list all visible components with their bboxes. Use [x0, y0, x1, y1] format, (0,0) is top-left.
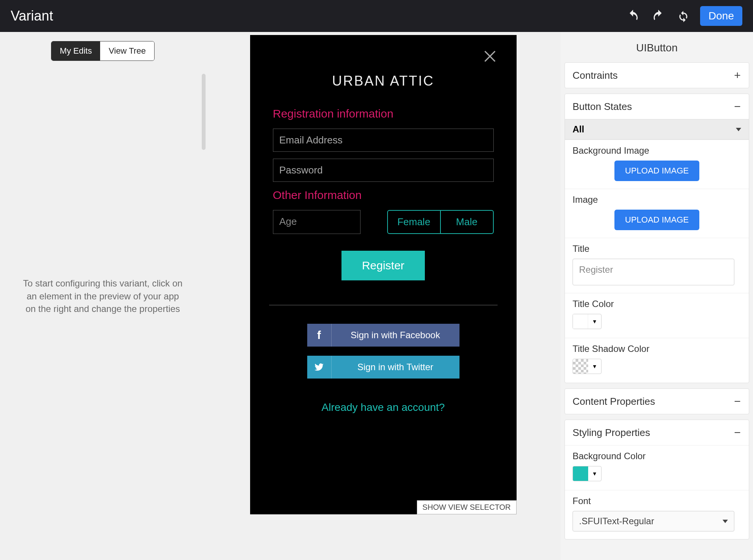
minus-icon: − [734, 395, 741, 408]
section-constraints-label: Contraints [573, 70, 618, 81]
chevron-down-icon: ▼ [588, 318, 601, 325]
facebook-signin-button[interactable]: f Sign in with Facebook [307, 324, 459, 347]
title-shadow-color-picker[interactable]: ▼ [573, 359, 601, 374]
divider [269, 305, 498, 305]
redo-icon[interactable] [650, 8, 667, 24]
title-color-picker[interactable]: ▼ [573, 314, 601, 329]
plus-icon: + [734, 69, 741, 82]
undo-icon[interactable] [625, 8, 641, 24]
color-swatch-transparent [573, 359, 588, 374]
font-label: Font [573, 496, 741, 506]
chevron-down-icon: ▼ [588, 471, 601, 477]
tab-view-tree[interactable]: View Tree [100, 41, 154, 60]
section-other: Other Information [273, 189, 494, 202]
twitter-label: Sign in with Twitter [332, 362, 459, 372]
twitter-icon [307, 356, 332, 379]
done-button[interactable]: Done [700, 6, 742, 26]
color-swatch-white [573, 314, 588, 329]
close-icon[interactable] [482, 49, 498, 68]
title-color-label: Title Color [573, 299, 741, 309]
section-styling-properties-label: Styling Properties [573, 427, 650, 439]
password-field[interactable]: Password [273, 159, 494, 182]
section-button-states-label: Button States [573, 101, 632, 113]
email-field[interactable]: Email Address [273, 129, 494, 152]
section-content-properties-label: Content Properties [573, 396, 655, 407]
font-select-value: .SFUIText-Regular [579, 516, 654, 527]
gender-female-button[interactable]: Female [388, 211, 440, 233]
bg-image-label: Background Image [573, 145, 741, 156]
bg-color-label: Background Color [573, 451, 741, 461]
state-selector[interactable]: All [565, 119, 749, 140]
minus-icon: − [734, 426, 741, 439]
state-selector-value: All [573, 124, 584, 135]
title-shadow-label: Title Shadow Color [573, 344, 741, 354]
page-title: Variant [11, 8, 53, 24]
refresh-icon[interactable] [675, 8, 692, 24]
already-account-link[interactable]: Already have an account? [273, 401, 494, 414]
app-preview: URBAN ATTIC Registration information Ema… [250, 35, 517, 514]
image-label: Image [573, 194, 741, 205]
show-view-selector-button[interactable]: SHOW VIEW SELECTOR [417, 500, 517, 514]
section-content-properties[interactable]: Content Properties − [565, 389, 749, 414]
upload-image-button[interactable]: UPLOAD IMAGE [614, 210, 699, 230]
chevron-down-icon [723, 520, 728, 523]
color-swatch-teal [573, 466, 588, 481]
gender-male-button[interactable]: Male [440, 211, 493, 233]
section-styling-properties[interactable]: Styling Properties − [565, 420, 749, 445]
age-field[interactable]: Age [273, 210, 361, 234]
section-registration: Registration information [273, 107, 494, 120]
register-button[interactable]: Register [341, 251, 425, 280]
help-text: To start configuring this variant, click… [21, 277, 185, 315]
minus-icon: − [734, 100, 741, 113]
section-button-states[interactable]: Button States − [565, 94, 749, 119]
section-constraints[interactable]: Contraints + [565, 63, 749, 88]
app-title: URBAN ATTIC [273, 73, 494, 89]
facebook-label: Sign in with Facebook [332, 330, 459, 340]
twitter-signin-button[interactable]: Sign in with Twitter [307, 356, 459, 379]
inspector-title: UIButton [565, 32, 749, 62]
facebook-icon: f [307, 324, 332, 347]
bg-color-picker[interactable]: ▼ [573, 466, 601, 481]
upload-bg-image-button[interactable]: UPLOAD IMAGE [614, 161, 699, 181]
title-label: Title [573, 243, 741, 254]
chevron-down-icon [736, 128, 741, 131]
font-select[interactable]: .SFUIText-Regular [573, 511, 734, 531]
chevron-down-icon: ▼ [588, 363, 601, 369]
scrollbar[interactable] [202, 74, 206, 150]
title-input[interactable]: Register [573, 259, 734, 285]
tab-my-edits[interactable]: My Edits [51, 41, 100, 60]
